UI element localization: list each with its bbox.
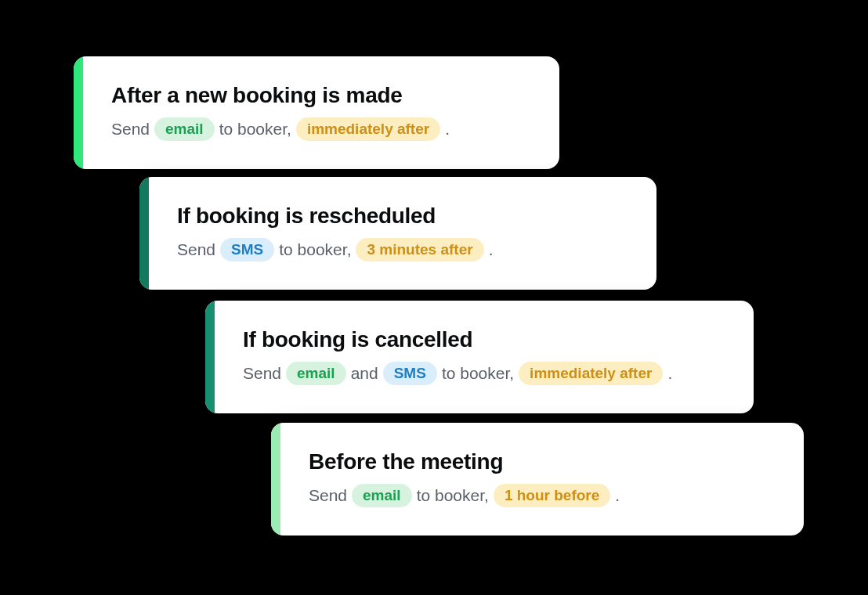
card-title: Before the meeting — [309, 449, 774, 474]
card-title: If booking is cancelled — [243, 327, 724, 352]
automation-card-rescheduled[interactable]: If booking is rescheduled Send SMS to bo… — [139, 177, 656, 290]
channel-chip-email[interactable]: email — [154, 117, 215, 142]
automation-card-before-meeting[interactable]: Before the meeting Send email to booker,… — [271, 423, 804, 536]
send-word: Send — [243, 360, 281, 387]
send-word: Send — [309, 482, 347, 509]
to-text: to booker, — [219, 116, 291, 142]
timing-chip[interactable]: immediately after — [519, 362, 663, 386]
joiner-and: and — [351, 360, 378, 387]
channel-chip-sms[interactable]: SMS — [220, 238, 274, 262]
tail-period: . — [489, 236, 494, 263]
tail-period: . — [615, 482, 620, 509]
channel-chip-sms[interactable]: SMS — [383, 362, 437, 386]
timing-chip[interactable]: immediately after — [296, 117, 440, 142]
send-word: Send — [111, 116, 150, 142]
card-rule-line: Send SMS to booker, 3 minutes after . — [177, 236, 627, 263]
send-word: Send — [177, 236, 215, 263]
timing-chip[interactable]: 3 minutes after — [356, 238, 483, 262]
channel-chip-email[interactable]: email — [286, 362, 346, 386]
tail-period: . — [667, 360, 672, 387]
channel-chip-email[interactable]: email — [352, 484, 412, 508]
automation-card-cancelled[interactable]: If booking is cancelled Send email and S… — [205, 301, 754, 413]
card-rule-line: Send email to booker, 1 hour before . — [309, 482, 774, 509]
to-text: to booker, — [279, 236, 351, 263]
card-title: After a new booking is made — [111, 83, 530, 108]
automation-card-new-booking[interactable]: After a new booking is made Send email t… — [74, 56, 559, 169]
timing-chip[interactable]: 1 hour before — [494, 484, 610, 508]
to-text: to booker, — [417, 482, 489, 509]
tail-period: . — [445, 116, 450, 142]
card-title: If booking is rescheduled — [177, 204, 627, 229]
card-rule-line: Send email to booker, immediately after … — [111, 116, 530, 142]
card-rule-line: Send email and SMS to booker, immediatel… — [243, 360, 724, 387]
to-text: to booker, — [442, 360, 514, 387]
